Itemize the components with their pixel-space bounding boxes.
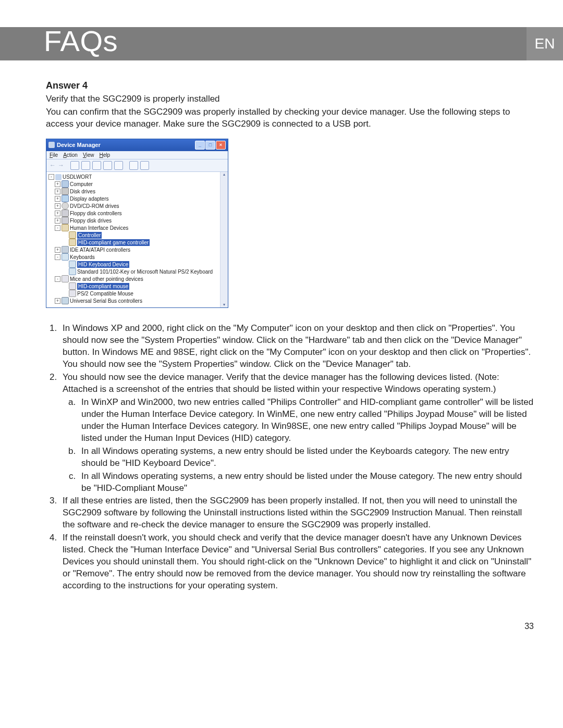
keyboard-icon xyxy=(69,268,76,275)
tree-node-display-adapters[interactable]: +Display adapters xyxy=(47,195,227,202)
tree-node-hid[interactable]: -Human Interface Devices xyxy=(47,224,227,231)
tree-node-hid-mouse[interactable]: HID-compliant mouse xyxy=(47,282,227,290)
dm-system-icon xyxy=(48,142,55,148)
content-area: Answer 4 Verify that the SGC2909 is prop… xyxy=(0,60,563,592)
tree-node-disk-drives[interactable]: +Disk drives xyxy=(47,188,227,195)
tree-node-ps2-mouse[interactable]: PS/2 Compatible Mouse xyxy=(47,290,227,297)
display-icon xyxy=(62,195,69,202)
usb-icon xyxy=(62,297,69,304)
tree-node-keyboards[interactable]: -Keyboards xyxy=(47,253,227,261)
mouse-icon xyxy=(69,282,76,290)
toolbar-icon[interactable] xyxy=(140,161,149,170)
tree-root[interactable]: -USDLWORT xyxy=(47,174,227,181)
scrollbar[interactable]: ▴▾ xyxy=(220,172,228,308)
menu-file[interactable]: File xyxy=(50,152,58,158)
minimize-button[interactable]: _ xyxy=(195,141,205,150)
step-2a: In WinXP and Win2000, two new entries ca… xyxy=(78,397,534,445)
tree-node-controller[interactable]: Controller xyxy=(47,231,227,239)
step-3: If all these entries are listed, then th… xyxy=(59,495,534,531)
tree-node-usb[interactable]: +Universal Serial Bus controllers xyxy=(47,297,227,304)
intro-paragraph: You can confirm that the SGC2909 was pro… xyxy=(46,106,534,130)
tree-node-hid-keyboard[interactable]: HID Keyboard Device xyxy=(47,261,227,268)
mouse-icon xyxy=(69,290,76,297)
step-2c: In all Windows operating systems, a new … xyxy=(78,471,534,495)
step-4: If the reinstall doesn't work, you shoul… xyxy=(59,532,534,592)
forward-icon[interactable]: → xyxy=(58,162,64,169)
toolbar-icon[interactable] xyxy=(103,161,112,170)
toolbar-icon[interactable] xyxy=(81,161,90,170)
scroll-down-icon[interactable]: ▾ xyxy=(223,302,225,308)
step-1: In Windows XP and 2000, right click on t… xyxy=(59,323,534,371)
tree-node-mice[interactable]: -Mice and other pointing devices xyxy=(47,275,227,282)
language-badge: EN xyxy=(527,27,563,60)
header-bar: FAQs EN xyxy=(0,27,563,60)
page-title: FAQs xyxy=(44,24,118,58)
hid-icon xyxy=(69,239,76,246)
step-2-sublist: In WinXP and Win2000, two new entries ca… xyxy=(63,397,534,495)
tree-node-computer[interactable]: +Computer xyxy=(47,180,227,188)
dm-titlebar: Device Manager _ □ × xyxy=(46,139,228,151)
scroll-up-icon[interactable]: ▴ xyxy=(223,172,225,178)
close-button[interactable]: × xyxy=(216,141,226,150)
page-number: 33 xyxy=(0,601,563,647)
hid-icon xyxy=(62,224,69,231)
toolbar-icon[interactable] xyxy=(114,161,123,170)
tree-node-ide[interactable]: +IDE ATA/ATAPI controllers xyxy=(47,246,227,253)
tree-node-floppy-controllers[interactable]: +Floppy disk controllers xyxy=(47,209,227,217)
dm-window-title: Device Manager xyxy=(57,142,101,148)
floppy-icon xyxy=(62,217,69,224)
dm-tree: ▴▾ -USDLWORT +Computer +Disk drives +Dis… xyxy=(46,172,228,308)
menu-action[interactable]: Action xyxy=(63,152,78,158)
ide-icon xyxy=(62,246,69,253)
tree-node-std-keyboard[interactable]: Standard 101/102-Key or Microsoft Natura… xyxy=(47,268,227,275)
step-2: You should now see the device manager. V… xyxy=(59,372,534,494)
step-2-text: You should now see the device manager. V… xyxy=(63,372,499,394)
verify-line: Verify that the SGC2909 is properly inst… xyxy=(46,93,534,105)
maximize-button[interactable]: □ xyxy=(205,141,215,150)
computer-icon xyxy=(62,180,69,188)
dm-toolbar: ← → xyxy=(46,159,228,172)
steps-list: In Windows XP and 2000, right click on t… xyxy=(46,323,534,592)
menu-help[interactable]: Help xyxy=(99,152,110,158)
hid-icon xyxy=(69,231,76,239)
cd-icon xyxy=(62,202,69,209)
toolbar-icon[interactable] xyxy=(92,161,101,170)
toolbar-icon[interactable] xyxy=(70,161,79,170)
computer-root-icon xyxy=(55,174,62,180)
step-2b: In all Windows operating systems, a new … xyxy=(78,446,534,470)
floppy-icon xyxy=(62,209,69,217)
mouse-icon xyxy=(62,275,69,282)
dm-menubar: File Action View Help xyxy=(46,151,228,159)
disk-icon xyxy=(62,188,69,195)
answer-heading: Answer 4 xyxy=(46,80,534,91)
keyboard-icon xyxy=(62,253,69,261)
tree-node-hid-game[interactable]: HID-compliant game controller xyxy=(47,239,227,246)
toolbar-icon[interactable] xyxy=(129,161,138,170)
tree-node-floppy-drives[interactable]: +Floppy disk drives xyxy=(47,217,227,224)
device-manager-screenshot: Device Manager _ □ × File Action View He… xyxy=(46,139,228,309)
tree-node-dvd[interactable]: +DVD/CD-ROM drives xyxy=(47,202,227,209)
keyboard-icon xyxy=(69,261,76,268)
menu-view[interactable]: View xyxy=(83,152,94,158)
back-icon[interactable]: ← xyxy=(50,162,56,169)
